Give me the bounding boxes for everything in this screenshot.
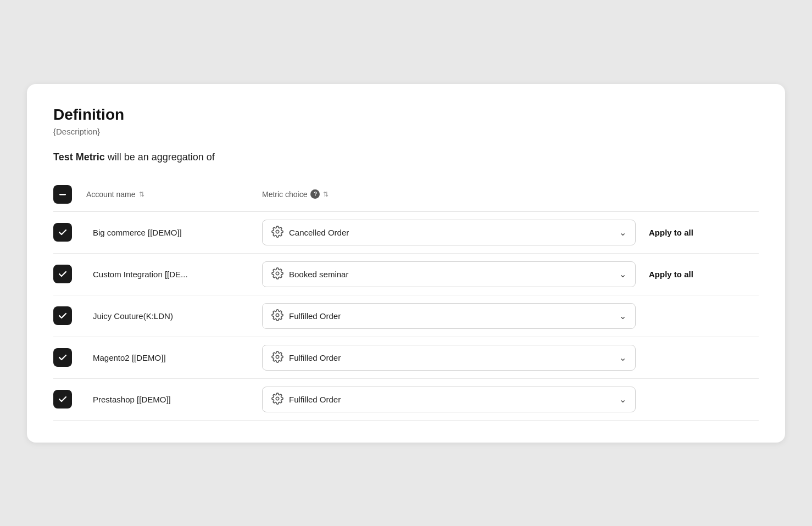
- metric-dropdown-3[interactable]: Fulfilled Order ⌄: [262, 303, 636, 329]
- apply-to-all-button[interactable]: Apply to all: [649, 270, 759, 279]
- svg-rect-0: [59, 194, 66, 195]
- table-row: Prestashop [[DEMO]] Fulfilled Order ⌄: [53, 379, 759, 421]
- accounts-table: Account name ⇅ Metric choice ? ⇅ Big com…: [53, 180, 759, 421]
- account-name: Juicy Couture(K:LDN): [86, 311, 262, 321]
- metric-column-label: Metric choice: [262, 190, 307, 199]
- chevron-down-icon: ⌄: [619, 394, 626, 405]
- metric-value: Cancelled Order: [289, 228, 614, 237]
- chevron-down-icon: ⌄: [619, 227, 626, 238]
- gear-icon: [271, 309, 283, 323]
- table-row: Custom Integration [[DE... Booked semina…: [53, 254, 759, 295]
- aggregation-text: Test Metric will be an aggregation of: [53, 152, 759, 163]
- deselect-all-button[interactable]: [53, 185, 72, 204]
- row-checkbox-5[interactable]: [53, 390, 72, 409]
- metric-dropdown-1[interactable]: Cancelled Order ⌄: [262, 220, 636, 245]
- svg-point-5: [276, 397, 279, 400]
- account-sort-icon[interactable]: ⇅: [139, 191, 144, 198]
- account-column-label: Account name: [86, 190, 136, 199]
- chevron-down-icon: ⌄: [619, 352, 626, 363]
- table-header: Account name ⇅ Metric choice ? ⇅: [53, 180, 759, 212]
- account-name: Prestashop [[DEMO]]: [86, 395, 262, 404]
- svg-point-2: [276, 272, 279, 275]
- gear-icon: [271, 393, 283, 406]
- apply-to-all-button[interactable]: Apply to all: [649, 228, 759, 237]
- section-title: Definition: [53, 106, 759, 124]
- svg-point-1: [276, 230, 279, 233]
- metric-value: Fulfilled Order: [289, 395, 614, 404]
- account-column-header: Account name ⇅: [86, 190, 262, 199]
- row-checkbox-2[interactable]: [53, 265, 72, 283]
- metric-name: Test Metric: [53, 152, 105, 163]
- table-row: Magento2 [[DEMO]] Fulfilled Order ⌄: [53, 337, 759, 379]
- metric-sort-icon[interactable]: ⇅: [323, 191, 329, 198]
- table-row: Juicy Couture(K:LDN) Fulfilled Order ⌄: [53, 295, 759, 337]
- definition-card: Definition {Description} Test Metric wil…: [27, 84, 785, 443]
- row-checkbox-4[interactable]: [53, 348, 72, 367]
- row-checkbox-1[interactable]: [53, 223, 72, 242]
- account-name: Custom Integration [[DE...: [86, 270, 262, 279]
- metric-info-icon[interactable]: ?: [310, 189, 320, 199]
- account-name: Magento2 [[DEMO]]: [86, 353, 262, 362]
- row-checkbox-3[interactable]: [53, 306, 72, 325]
- metric-value: Fulfilled Order: [289, 353, 614, 362]
- metric-dropdown-5[interactable]: Fulfilled Order ⌄: [262, 387, 636, 412]
- chevron-down-icon: ⌄: [619, 311, 626, 321]
- metric-value: Fulfilled Order: [289, 311, 614, 321]
- account-name: Big commerce [[DEMO]]: [86, 228, 262, 237]
- metric-column-header: Metric choice ? ⇅: [262, 189, 649, 199]
- table-rows: Big commerce [[DEMO]] Cancelled Order ⌄ …: [53, 212, 759, 421]
- metric-value: Booked seminar: [289, 270, 614, 279]
- gear-icon: [271, 226, 283, 239]
- svg-point-4: [276, 355, 279, 359]
- metric-dropdown-2[interactable]: Booked seminar ⌄: [262, 261, 636, 287]
- gear-icon: [271, 351, 283, 365]
- gear-icon: [271, 267, 283, 281]
- metric-dropdown-4[interactable]: Fulfilled Order ⌄: [262, 345, 636, 371]
- svg-point-3: [276, 314, 279, 317]
- table-row: Big commerce [[DEMO]] Cancelled Order ⌄ …: [53, 212, 759, 254]
- section-description: {Description}: [53, 127, 759, 136]
- chevron-down-icon: ⌄: [619, 269, 626, 279]
